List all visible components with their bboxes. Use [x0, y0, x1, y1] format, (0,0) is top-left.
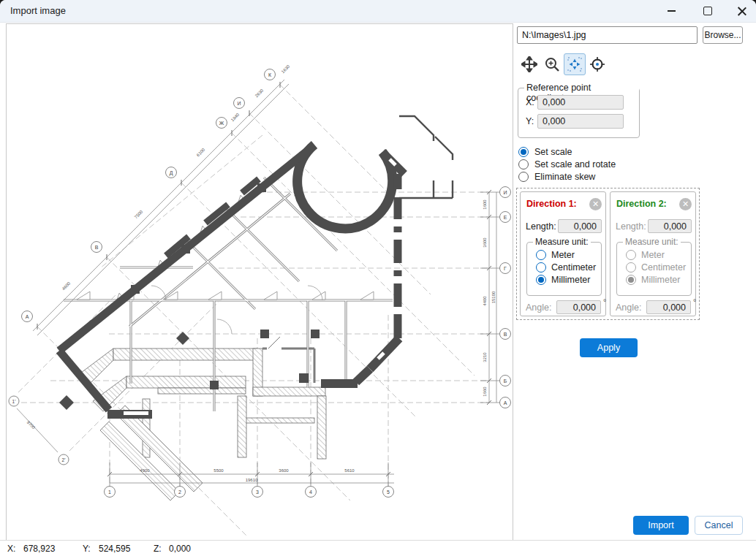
- radio-icon: [626, 250, 636, 260]
- status-x-label: X:: [7, 544, 15, 554]
- dim-label: 1600: [483, 199, 487, 210]
- dim-label: 7500: [134, 209, 144, 219]
- axis-label: Ж: [219, 121, 224, 126]
- axis-label: В: [95, 245, 99, 250]
- maximize-button[interactable]: [691, 0, 725, 22]
- zoom-in-icon: [544, 56, 560, 72]
- unit-label: Meter: [551, 250, 575, 260]
- direction-2-panel: Direction 2: ✕ Length: 0,000 Measure uni…: [610, 191, 696, 316]
- direction-2-close-icon[interactable]: ✕: [679, 198, 692, 210]
- angle-value: 0,000: [573, 302, 596, 313]
- radio-icon: [518, 172, 529, 182]
- dim-label: 1630: [281, 64, 291, 74]
- file-path-value: N:\Images\1.jpg: [522, 30, 586, 40]
- import-image-dialog: Import image: [0, 0, 756, 556]
- dim-label: 3600: [483, 237, 487, 248]
- dim-label: 4900: [140, 468, 150, 473]
- length-field[interactable]: 0,000: [558, 219, 602, 233]
- x-coordinate-label: X:: [526, 97, 534, 107]
- radio-icon: [536, 262, 546, 273]
- mode-option-eliminate-skew[interactable]: Eliminate skew: [518, 172, 595, 182]
- axis-label: 2': [62, 457, 66, 462]
- cancel-button[interactable]: Cancel: [695, 516, 743, 535]
- unit-label: Millimeter: [641, 275, 680, 285]
- pan-tool-button[interactable]: [518, 53, 540, 75]
- axis-label: И: [503, 190, 507, 195]
- angle-label: Angle:: [616, 302, 641, 313]
- length-value: 0,000: [664, 221, 687, 232]
- unit-option-centimeter[interactable]: Centimeter: [626, 262, 686, 273]
- grid-axes: [18, 85, 489, 537]
- unit-option-millimeter[interactable]: Millimeter: [626, 275, 680, 285]
- reference-point-group: Reference point coordinates: X: 0,000 Y:…: [518, 88, 640, 138]
- direction-1-close-icon[interactable]: ✕: [589, 198, 602, 210]
- axis-label: В: [504, 332, 507, 337]
- unit-label: Meter: [641, 250, 665, 260]
- axis-label: 4: [309, 490, 312, 495]
- radio-icon: [518, 147, 529, 157]
- mode-option-set-scale-rotate[interactable]: Set scale and rotate: [518, 159, 616, 170]
- status-z-label: Z:: [154, 544, 162, 554]
- axis-label: 1: [108, 490, 111, 495]
- status-y-label: Y:: [83, 544, 91, 554]
- dim-label: 5500: [213, 468, 224, 473]
- dim-total-label: 15100: [491, 291, 496, 303]
- unit-option-meter[interactable]: Meter: [626, 250, 665, 260]
- angle-field[interactable]: 0,000: [646, 300, 691, 314]
- dim-total-label: 19610: [246, 478, 258, 482]
- minimize-button[interactable]: [654, 0, 688, 22]
- axis-bubbles-left: 1' 2' 9700: [9, 396, 69, 465]
- unit-option-centimeter[interactable]: Centimeter: [536, 262, 596, 273]
- x-coordinate-value: 0,000: [543, 97, 565, 107]
- minimize-icon: [668, 10, 676, 11]
- y-coordinate-field[interactable]: 0,000: [537, 114, 624, 129]
- measure-unit-group: Measure unit: Meter Centimeter Millimete…: [616, 242, 692, 296]
- apply-button[interactable]: Apply: [580, 338, 638, 357]
- axis-label: И: [237, 101, 241, 106]
- y-coordinate-label: Y:: [526, 116, 534, 126]
- axis-label: А: [504, 400, 507, 405]
- dim-label: 5610: [344, 468, 355, 473]
- unit-option-millimeter[interactable]: Millimeter: [536, 275, 590, 285]
- radio-icon: [518, 159, 529, 170]
- reference-point-tool-button[interactable]: [586, 53, 608, 75]
- dialog-title: Import image: [10, 5, 66, 16]
- columns: [59, 183, 320, 410]
- file-path-input[interactable]: N:\Images\1.jpg: [517, 26, 698, 44]
- direction-2-title: Direction 2:: [616, 199, 667, 209]
- dim-label: 4400: [483, 296, 487, 306]
- import-button[interactable]: Import: [633, 516, 689, 535]
- maximize-icon: [703, 7, 712, 15]
- x-coordinate-field[interactable]: 0,000: [537, 95, 624, 110]
- radio-icon: [626, 275, 636, 285]
- close-button[interactable]: [725, 0, 756, 22]
- length-field[interactable]: 0,000: [648, 219, 692, 233]
- fit-view-icon: [567, 56, 583, 72]
- entrance-steps: [399, 116, 453, 198]
- browse-label: Browse...: [704, 30, 741, 40]
- status-z-value: 0,000: [169, 544, 191, 554]
- floor-plan-svg: 1 2 3 4 5 4900 5500 3600 5610 19610 И: [7, 24, 513, 540]
- dim-label: 2630: [254, 88, 265, 98]
- zoom-tool-button[interactable]: [541, 53, 563, 75]
- unit-option-meter[interactable]: Meter: [536, 250, 575, 260]
- measure-unit-group: Measure unit: Meter Centimeter Millimete…: [526, 242, 602, 296]
- image-preview-canvas[interactable]: 1 2 3 4 5 4900 5500 3600 5610 19610 И: [6, 23, 513, 541]
- angle-field[interactable]: 0,000: [556, 300, 601, 314]
- dimension-ticks: [37, 82, 491, 476]
- degree-symbol: °: [693, 297, 696, 306]
- axis-label: 2: [178, 490, 181, 495]
- fit-view-tool-button[interactable]: [564, 53, 586, 75]
- radio-icon: [536, 250, 546, 260]
- radio-icon: [536, 275, 546, 285]
- browse-button[interactable]: Browse...: [703, 26, 743, 44]
- axis-label: Г: [504, 266, 507, 271]
- mode-option-set-scale[interactable]: Set scale: [518, 147, 572, 157]
- apply-label: Apply: [597, 343, 620, 353]
- axis-label: А: [26, 314, 29, 319]
- axis-label: Б: [504, 378, 507, 384]
- dim-label: 1840: [230, 112, 241, 122]
- mode-label: Eliminate skew: [534, 172, 595, 182]
- radio-icon: [626, 262, 636, 273]
- status-y-value: 524,595: [99, 544, 130, 554]
